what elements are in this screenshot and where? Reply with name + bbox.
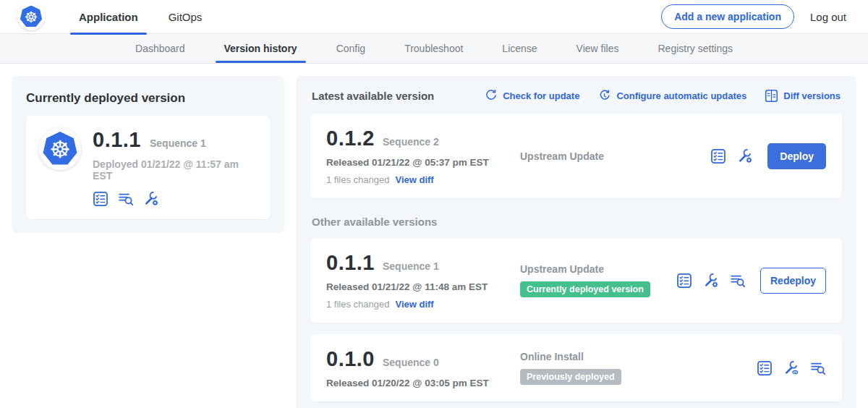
tab-application[interactable]: Application — [64, 0, 153, 34]
version-info: 0.1.2 Sequence 2 Released 01/21/22 @ 05:… — [326, 127, 509, 185]
subnav-troubleshoot-label: Troubleshoot — [404, 43, 463, 54]
files-changed-label: 1 files changed — [326, 174, 389, 185]
app-sub-nav: Dashboard Version history Config Trouble… — [0, 34, 868, 64]
deployed-version-sequence: Sequence 1 — [150, 137, 206, 149]
subnav-dashboard[interactable]: Dashboard — [116, 34, 205, 63]
view-diff-link[interactable]: View diff — [395, 299, 433, 310]
deploy-logs-icon[interactable] — [810, 360, 826, 376]
subnav-registry-settings[interactable]: Registry settings — [639, 34, 752, 63]
version-number: 0.1.2 — [326, 127, 375, 150]
card-gap — [310, 323, 842, 334]
version-source: Upstream Update — [520, 263, 676, 275]
available-versions-header: Latest available version Check for updat… — [312, 89, 841, 103]
deployed-panel-title: Currently deployed version — [26, 91, 270, 106]
diff-versions-label: Diff versions — [783, 90, 841, 101]
preflight-checks-icon[interactable] — [757, 360, 773, 376]
version-source-area: Upstream Update — [509, 150, 710, 162]
deploy-logs-icon[interactable] — [730, 273, 746, 289]
latest-available-title: Latest available version — [312, 90, 434, 102]
released-timestamp: Released 01/21/22 @ 05:37 pm EST — [326, 157, 509, 168]
files-changed-label: 1 files changed — [326, 299, 389, 310]
subnav-license[interactable]: License — [482, 34, 556, 63]
kubernetes-logo-icon: ☸ — [17, 3, 45, 30]
diff-versions-link[interactable]: Diff versions — [765, 89, 841, 103]
view-diff-link[interactable]: View diff — [395, 174, 433, 185]
deployed-timestamp: Deployed 01/21/22 @ 11:57 am EST — [93, 158, 257, 182]
edit-config-icon[interactable] — [143, 191, 159, 207]
version-source-area: Upstream Update Currently deployed versi… — [509, 263, 676, 297]
preflight-checks-icon[interactable] — [710, 148, 726, 164]
deployed-version-card: ☸ 0.1.1 Sequence 1 Deployed 01/21/22 @ 1… — [26, 116, 270, 219]
view-config-icon[interactable] — [783, 360, 799, 376]
edit-config-icon[interactable] — [737, 148, 753, 164]
version-sequence: Sequence 1 — [383, 260, 439, 272]
released-timestamp: Released 01/20/22 @ 03:05 pm EST — [326, 378, 509, 388]
tab-gitops-label: GitOps — [169, 11, 203, 23]
version-sequence: Sequence 2 — [383, 136, 439, 148]
version-actions-area: Redeploy — [676, 268, 826, 294]
version-sequence: Sequence 0 — [383, 357, 439, 368]
subnav-config-label: Config — [336, 43, 365, 54]
configure-automatic-updates-link[interactable]: Configure automatic updates — [597, 89, 746, 103]
version-card-0-1-2: 0.1.2 Sequence 2 Released 01/21/22 @ 05:… — [310, 114, 842, 198]
deploy-logs-icon[interactable] — [118, 191, 134, 207]
deployed-version-info: 0.1.1 Sequence 1 Deployed 01/21/22 @ 11:… — [93, 128, 257, 207]
version-info: 0.1.1 Sequence 1 Released 01/21/22 @ 11:… — [326, 251, 509, 310]
version-number: 0.1.1 — [326, 251, 375, 275]
check-for-update-link[interactable]: Check for update — [484, 89, 579, 103]
version-source: Online Install — [520, 351, 757, 362]
other-versions-title: Other available versions — [312, 216, 841, 228]
subnav-view-files[interactable]: View files — [557, 34, 639, 63]
tab-application-label: Application — [79, 11, 138, 23]
deploy-button[interactable]: Deploy — [767, 143, 826, 169]
preflight-checks-icon[interactable] — [93, 191, 109, 207]
diff-versions-icon — [765, 89, 778, 103]
auto-update-icon — [597, 89, 611, 103]
version-card-0-1-0: 0.1.0 Sequence 0 Released 01/20/22 @ 03:… — [310, 334, 842, 401]
check-for-update-label: Check for update — [503, 90, 579, 101]
top-nav-bar: ☸ Application GitOps Add a new applicati… — [0, 0, 868, 34]
version-card-0-1-1: 0.1.1 Sequence 1 Released 01/21/22 @ 11:… — [310, 238, 842, 323]
subnav-version-history-label: Version history — [224, 43, 297, 54]
refresh-icon — [484, 89, 498, 103]
version-actions: Check for update Configure automatic upd… — [484, 89, 841, 103]
subnav-troubleshoot[interactable]: Troubleshoot — [385, 34, 482, 63]
released-timestamp: Released 01/21/22 @ 11:48 am EST — [326, 281, 509, 292]
version-source-area: Online Install Previously deployed — [509, 351, 757, 385]
deployed-version-number: 0.1.1 — [93, 128, 141, 152]
currently-deployed-panel: Currently deployed version ☸ 0.1.1 Seque… — [12, 76, 284, 233]
subnav-license-label: License — [502, 43, 537, 54]
top-tabs: Application GitOps — [64, 0, 217, 34]
version-source: Upstream Update — [520, 150, 710, 162]
version-number: 0.1.0 — [326, 347, 375, 371]
version-info: 0.1.0 Sequence 0 Released 01/20/22 @ 03:… — [326, 347, 509, 388]
add-application-button[interactable]: Add a new application — [661, 4, 794, 29]
main-content: Currently deployed version ☸ 0.1.1 Seque… — [0, 64, 868, 408]
subnav-dashboard-label: Dashboard — [135, 43, 185, 54]
currently-deployed-badge: Currently deployed version — [520, 281, 650, 297]
previously-deployed-badge: Previously deployed — [520, 369, 621, 385]
available-versions-panel: Latest available version Check for updat… — [296, 76, 856, 408]
preflight-checks-icon[interactable] — [676, 273, 692, 289]
version-actions-area: Deploy — [710, 143, 826, 169]
app-logo-icon: ☸ — [39, 128, 81, 170]
subnav-version-history[interactable]: Version history — [205, 34, 317, 63]
subnav-registry-settings-label: Registry settings — [658, 43, 733, 54]
logout-button[interactable]: Log out — [810, 11, 846, 23]
subnav-view-files-label: View files — [576, 43, 619, 54]
edit-config-icon[interactable] — [703, 273, 719, 289]
version-actions-area — [757, 360, 826, 376]
tab-gitops[interactable]: GitOps — [153, 0, 218, 34]
subnav-config[interactable]: Config — [317, 34, 385, 63]
configure-automatic-updates-label: Configure automatic updates — [616, 90, 746, 101]
redeploy-button[interactable]: Redeploy — [760, 268, 826, 294]
